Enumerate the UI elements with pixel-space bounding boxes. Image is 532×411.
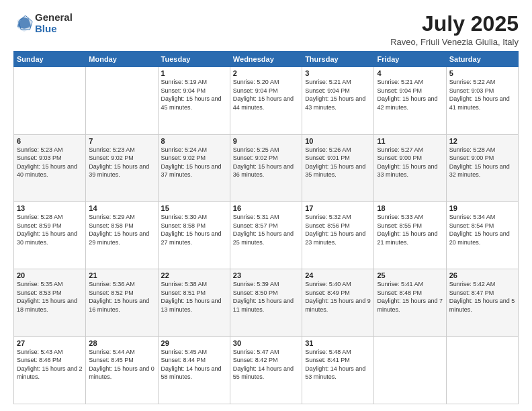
day-number: 13	[17, 204, 83, 212]
logo: General Blue	[13, 12, 73, 34]
calendar-cell: 16Sunrise: 5:31 AM Sunset: 8:57 PM Dayli…	[230, 201, 302, 269]
calendar-cell: 29Sunrise: 5:45 AM Sunset: 8:44 PM Dayli…	[158, 336, 230, 404]
day-number: 19	[449, 204, 515, 212]
day-number: 8	[161, 137, 227, 145]
day-info: Sunrise: 5:21 AM Sunset: 9:04 PM Dayligh…	[305, 78, 371, 111]
col-saturday: Saturday	[446, 52, 518, 67]
day-info: Sunrise: 5:20 AM Sunset: 9:04 PM Dayligh…	[233, 78, 299, 111]
day-number: 22	[161, 271, 227, 279]
day-number: 14	[89, 204, 154, 212]
day-number: 23	[233, 271, 299, 279]
day-number: 11	[377, 137, 443, 145]
day-number: 12	[449, 137, 515, 145]
calendar: Sunday Monday Tuesday Wednesday Thursday…	[13, 51, 519, 404]
calendar-cell	[374, 336, 446, 404]
day-number: 2	[233, 69, 299, 77]
day-number: 18	[377, 204, 443, 212]
day-number: 6	[17, 137, 83, 145]
day-info: Sunrise: 5:21 AM Sunset: 9:04 PM Dayligh…	[377, 78, 443, 111]
day-info: Sunrise: 5:29 AM Sunset: 8:58 PM Dayligh…	[89, 213, 154, 246]
day-info: Sunrise: 5:31 AM Sunset: 8:57 PM Dayligh…	[233, 213, 299, 246]
day-info: Sunrise: 5:34 AM Sunset: 8:54 PM Dayligh…	[449, 213, 515, 246]
day-number: 26	[449, 271, 515, 279]
day-number: 27	[17, 339, 83, 347]
day-info: Sunrise: 5:28 AM Sunset: 8:59 PM Dayligh…	[17, 213, 83, 246]
day-number: 31	[305, 339, 371, 347]
day-number: 3	[305, 69, 371, 77]
day-info: Sunrise: 5:44 AM Sunset: 8:45 PM Dayligh…	[89, 348, 154, 381]
col-wednesday: Wednesday	[230, 52, 302, 67]
day-info: Sunrise: 5:23 AM Sunset: 9:02 PM Dayligh…	[89, 146, 154, 179]
col-monday: Monday	[86, 52, 158, 67]
calendar-cell: 17Sunrise: 5:32 AM Sunset: 8:56 PM Dayli…	[302, 201, 374, 269]
calendar-week-1: 1Sunrise: 5:19 AM Sunset: 9:04 PM Daylig…	[14, 67, 519, 134]
calendar-cell: 1Sunrise: 5:19 AM Sunset: 9:04 PM Daylig…	[158, 67, 230, 134]
col-tuesday: Tuesday	[158, 52, 230, 67]
day-info: Sunrise: 5:32 AM Sunset: 8:56 PM Dayligh…	[305, 213, 371, 246]
calendar-cell: 28Sunrise: 5:44 AM Sunset: 8:45 PM Dayli…	[86, 336, 158, 404]
logo-blue: Blue	[35, 24, 73, 35]
calendar-cell: 8Sunrise: 5:24 AM Sunset: 9:02 PM Daylig…	[158, 134, 230, 201]
day-info: Sunrise: 5:41 AM Sunset: 8:48 PM Dayligh…	[377, 280, 443, 314]
calendar-cell: 25Sunrise: 5:41 AM Sunset: 8:48 PM Dayli…	[374, 269, 446, 336]
day-info: Sunrise: 5:38 AM Sunset: 8:51 PM Dayligh…	[161, 280, 227, 314]
title-block: July 2025 Raveo, Friuli Venezia Giulia, …	[390, 12, 519, 47]
logo-icon	[15, 14, 34, 33]
day-info: Sunrise: 5:35 AM Sunset: 8:53 PM Dayligh…	[17, 280, 83, 314]
calendar-cell: 15Sunrise: 5:30 AM Sunset: 8:58 PM Dayli…	[158, 201, 230, 269]
calendar-cell: 6Sunrise: 5:23 AM Sunset: 9:03 PM Daylig…	[14, 134, 86, 201]
calendar-cell: 14Sunrise: 5:29 AM Sunset: 8:58 PM Dayli…	[86, 201, 158, 269]
day-number: 10	[305, 137, 371, 145]
header: General Blue July 2025 Raveo, Friuli Ven…	[13, 12, 519, 47]
calendar-cell: 21Sunrise: 5:36 AM Sunset: 8:52 PM Dayli…	[86, 269, 158, 336]
calendar-cell: 31Sunrise: 5:48 AM Sunset: 8:41 PM Dayli…	[302, 336, 374, 404]
calendar-week-2: 6Sunrise: 5:23 AM Sunset: 9:03 PM Daylig…	[14, 134, 519, 201]
day-number: 29	[161, 339, 227, 347]
day-number: 25	[377, 271, 443, 279]
day-number: 9	[233, 137, 299, 145]
day-info: Sunrise: 5:23 AM Sunset: 9:03 PM Dayligh…	[17, 146, 83, 179]
calendar-header-row: Sunday Monday Tuesday Wednesday Thursday…	[14, 52, 519, 67]
day-number: 30	[233, 339, 299, 347]
calendar-cell: 30Sunrise: 5:47 AM Sunset: 8:42 PM Dayli…	[230, 336, 302, 404]
day-info: Sunrise: 5:27 AM Sunset: 9:00 PM Dayligh…	[377, 146, 443, 179]
day-number: 20	[17, 271, 83, 279]
calendar-cell: 5Sunrise: 5:22 AM Sunset: 9:03 PM Daylig…	[446, 67, 518, 134]
day-info: Sunrise: 5:26 AM Sunset: 9:01 PM Dayligh…	[305, 146, 371, 179]
day-number: 7	[89, 137, 154, 145]
page: General Blue July 2025 Raveo, Friuli Ven…	[0, 0, 532, 411]
day-info: Sunrise: 5:33 AM Sunset: 8:55 PM Dayligh…	[377, 213, 443, 246]
day-info: Sunrise: 5:45 AM Sunset: 8:44 PM Dayligh…	[161, 348, 227, 381]
calendar-cell: 12Sunrise: 5:28 AM Sunset: 9:00 PM Dayli…	[446, 134, 518, 201]
calendar-cell: 11Sunrise: 5:27 AM Sunset: 9:00 PM Dayli…	[374, 134, 446, 201]
day-number: 1	[161, 69, 227, 77]
day-info: Sunrise: 5:40 AM Sunset: 8:49 PM Dayligh…	[305, 280, 371, 314]
col-thursday: Thursday	[302, 52, 374, 67]
calendar-cell: 3Sunrise: 5:21 AM Sunset: 9:04 PM Daylig…	[302, 67, 374, 134]
day-info: Sunrise: 5:39 AM Sunset: 8:50 PM Dayligh…	[233, 280, 299, 314]
calendar-cell: 2Sunrise: 5:20 AM Sunset: 9:04 PM Daylig…	[230, 67, 302, 134]
calendar-cell	[14, 67, 86, 134]
calendar-cell: 4Sunrise: 5:21 AM Sunset: 9:04 PM Daylig…	[374, 67, 446, 134]
calendar-week-3: 13Sunrise: 5:28 AM Sunset: 8:59 PM Dayli…	[14, 201, 519, 269]
calendar-cell: 7Sunrise: 5:23 AM Sunset: 9:02 PM Daylig…	[86, 134, 158, 201]
day-info: Sunrise: 5:19 AM Sunset: 9:04 PM Dayligh…	[161, 78, 227, 111]
logo-general: General	[35, 12, 73, 24]
calendar-cell: 27Sunrise: 5:43 AM Sunset: 8:46 PM Dayli…	[14, 336, 86, 404]
day-info: Sunrise: 5:24 AM Sunset: 9:02 PM Dayligh…	[161, 146, 227, 179]
day-info: Sunrise: 5:22 AM Sunset: 9:03 PM Dayligh…	[449, 78, 515, 111]
calendar-cell: 19Sunrise: 5:34 AM Sunset: 8:54 PM Dayli…	[446, 201, 518, 269]
day-info: Sunrise: 5:43 AM Sunset: 8:46 PM Dayligh…	[17, 348, 83, 381]
calendar-cell: 9Sunrise: 5:25 AM Sunset: 9:02 PM Daylig…	[230, 134, 302, 201]
day-info: Sunrise: 5:30 AM Sunset: 8:58 PM Dayligh…	[161, 213, 227, 246]
day-info: Sunrise: 5:42 AM Sunset: 8:47 PM Dayligh…	[449, 280, 515, 314]
day-info: Sunrise: 5:28 AM Sunset: 9:00 PM Dayligh…	[449, 146, 515, 179]
calendar-cell: 10Sunrise: 5:26 AM Sunset: 9:01 PM Dayli…	[302, 134, 374, 201]
calendar-cell: 20Sunrise: 5:35 AM Sunset: 8:53 PM Dayli…	[14, 269, 86, 336]
calendar-week-4: 20Sunrise: 5:35 AM Sunset: 8:53 PM Dayli…	[14, 269, 519, 336]
col-sunday: Sunday	[14, 52, 86, 67]
day-number: 16	[233, 204, 299, 212]
day-info: Sunrise: 5:48 AM Sunset: 8:41 PM Dayligh…	[305, 348, 371, 381]
day-number: 17	[305, 204, 371, 212]
day-info: Sunrise: 5:47 AM Sunset: 8:42 PM Dayligh…	[233, 348, 299, 381]
